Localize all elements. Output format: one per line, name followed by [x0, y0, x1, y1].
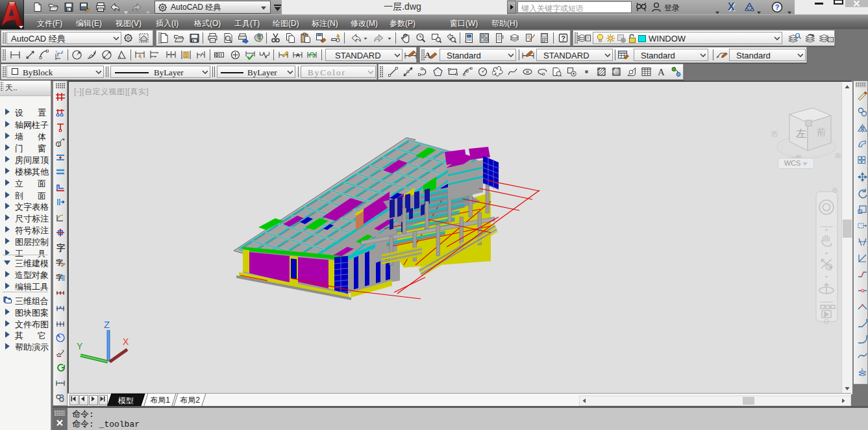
svg-text:左: 左 — [796, 128, 806, 139]
svg-text:A: A — [658, 67, 665, 77]
svg-text:Z: Z — [104, 319, 110, 330]
svg-text:Y: Y — [55, 50, 58, 54]
svg-text:A: A — [296, 52, 301, 58]
svg-text:?: ? — [775, 3, 780, 11]
svg-text:?: ? — [561, 34, 565, 42]
svg-text:南: 南 — [835, 152, 841, 159]
svg-text:字: 字 — [56, 243, 65, 253]
svg-text:Y: Y — [77, 341, 83, 351]
svg-text:1: 1 — [57, 142, 60, 147]
svg-text:前: 前 — [817, 127, 826, 137]
svg-text:X: X — [123, 336, 129, 347]
svg-text:西: 西 — [771, 131, 778, 138]
